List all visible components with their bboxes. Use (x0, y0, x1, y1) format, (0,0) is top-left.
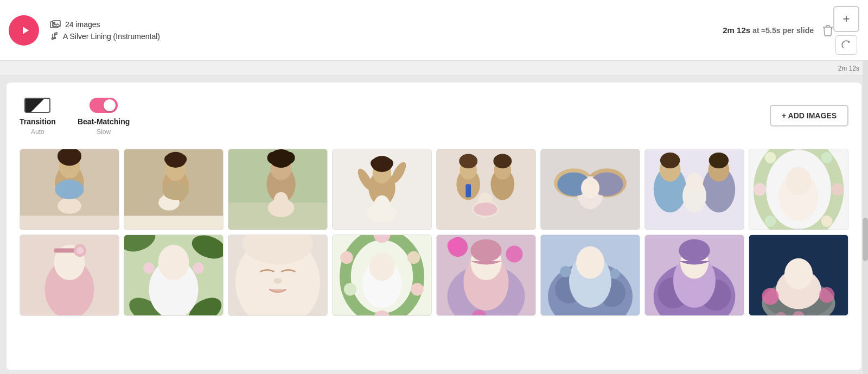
svg-point-132 (610, 269, 620, 278)
svg-point-44 (374, 195, 390, 214)
svg-point-80 (754, 183, 766, 195)
image-cell-2[interactable] (124, 149, 224, 230)
svg-point-96 (158, 245, 189, 280)
svg-point-12 (71, 150, 81, 160)
image-cell-4[interactable] (332, 149, 432, 230)
svg-rect-17 (124, 216, 223, 230)
music-track-row: A Silver Lining (Instrumental) (50, 32, 160, 41)
transition-sub: Auto (31, 128, 44, 136)
image-cell-8[interactable] (749, 149, 848, 230)
svg-point-111 (340, 251, 353, 264)
controls-row: Transition Auto Beat-Matching Slow + ADD… (20, 96, 848, 136)
image-count-label: 24 images (65, 20, 100, 29)
image-count-row: 24 images (50, 20, 160, 29)
image-grid (20, 149, 848, 316)
svg-point-32 (283, 152, 295, 164)
svg-point-15 (55, 180, 84, 199)
svg-point-108 (411, 283, 423, 295)
toggle-area (88, 96, 119, 115)
svg-point-110 (344, 283, 356, 295)
per-slide-label: at ≈5.5s per slide (752, 26, 814, 35)
svg-point-117 (448, 238, 462, 252)
svg-rect-7 (20, 216, 119, 230)
svg-point-21 (164, 155, 174, 164)
svg-point-40 (384, 159, 393, 168)
image-cell-16[interactable] (749, 234, 848, 316)
image-cell-11[interactable] (228, 234, 328, 316)
image-cell-14[interactable] (540, 234, 640, 316)
duration-display: 2m 12s at ≈5.5s per slide (723, 26, 814, 35)
svg-point-76 (831, 183, 844, 195)
beatmatch-toggle[interactable] (90, 98, 118, 113)
image-cell-9[interactable] (20, 234, 119, 316)
svg-point-62 (581, 178, 599, 199)
svg-point-113 (369, 252, 395, 281)
svg-point-11 (58, 150, 68, 160)
svg-marker-0 (23, 27, 29, 34)
svg-point-69 (709, 153, 729, 168)
svg-point-55 (474, 202, 497, 215)
add-images-label: + ADD IMAGES (782, 111, 837, 120)
svg-point-25 (162, 181, 189, 200)
main-content: Transition Auto Beat-Matching Slow + ADD… (7, 83, 861, 370)
svg-point-130 (576, 246, 604, 279)
images-icon (50, 20, 61, 29)
timeline-duration: 2m 12s (838, 65, 859, 72)
svg-point-118 (506, 245, 522, 262)
toggle-track (90, 98, 118, 113)
svg-point-77 (821, 215, 833, 227)
add-images-button[interactable]: + ADD IMAGES (770, 105, 848, 126)
svg-point-147 (819, 287, 835, 303)
image-cell-5[interactable] (436, 149, 536, 230)
svg-point-139 (679, 239, 710, 262)
transition-icon-area (22, 96, 53, 115)
svg-rect-49 (465, 184, 471, 197)
svg-point-89 (76, 247, 84, 254)
svg-point-123 (470, 239, 501, 262)
timeline-bar: 2m 12s (0, 61, 868, 76)
svg-point-131 (560, 266, 571, 277)
image-cell-15[interactable] (644, 234, 744, 316)
slideshow-info: 24 images A Silver Lining (Instrumental) (50, 20, 160, 41)
top-bar-right: 2m 12s at ≈5.5s per slide (723, 24, 833, 36)
image-cell-7[interactable] (644, 149, 744, 230)
svg-point-39 (371, 159, 380, 168)
image-cell-3[interactable] (228, 149, 328, 230)
image-cell-13[interactable] (436, 234, 536, 316)
image-row-2 (20, 234, 848, 316)
image-row-1 (20, 149, 848, 230)
svg-point-145 (784, 258, 813, 289)
play-button[interactable] (9, 15, 39, 46)
image-cell-10[interactable] (124, 234, 224, 316)
svg-point-71 (686, 173, 703, 193)
top-bar: 24 images A Silver Lining (Instrumental)… (0, 0, 868, 61)
svg-point-146 (762, 288, 778, 305)
image-cell-6[interactable] (540, 149, 640, 230)
scrollbar-track (863, 61, 868, 374)
svg-point-81 (765, 152, 776, 163)
svg-point-98 (193, 263, 204, 274)
transition-label: Transition (20, 117, 56, 126)
music-icon (50, 32, 59, 41)
svg-point-52 (493, 154, 512, 168)
svg-point-79 (765, 215, 776, 227)
toggle-knob (104, 99, 116, 111)
image-cell-1[interactable] (20, 149, 119, 230)
svg-point-22 (177, 155, 187, 164)
beatmatch-sub: Slow (97, 128, 111, 136)
svg-point-107 (407, 251, 420, 264)
svg-point-66 (660, 153, 680, 168)
duration-value: 2m 12s (723, 26, 750, 35)
add-button-top[interactable]: + (833, 6, 859, 32)
svg-point-48 (459, 154, 477, 168)
svg-point-102 (273, 278, 282, 283)
top-bar-actions: + (833, 6, 859, 55)
svg-point-31 (267, 152, 279, 164)
transition-control[interactable]: Transition Auto (20, 96, 56, 136)
delete-button[interactable] (822, 24, 833, 36)
scrollbar-thumb[interactable] (863, 218, 868, 261)
refresh-button[interactable] (835, 35, 857, 55)
svg-point-97 (143, 263, 155, 274)
image-cell-12[interactable] (332, 234, 432, 316)
beatmatch-control[interactable]: Beat-Matching Slow (78, 96, 130, 136)
